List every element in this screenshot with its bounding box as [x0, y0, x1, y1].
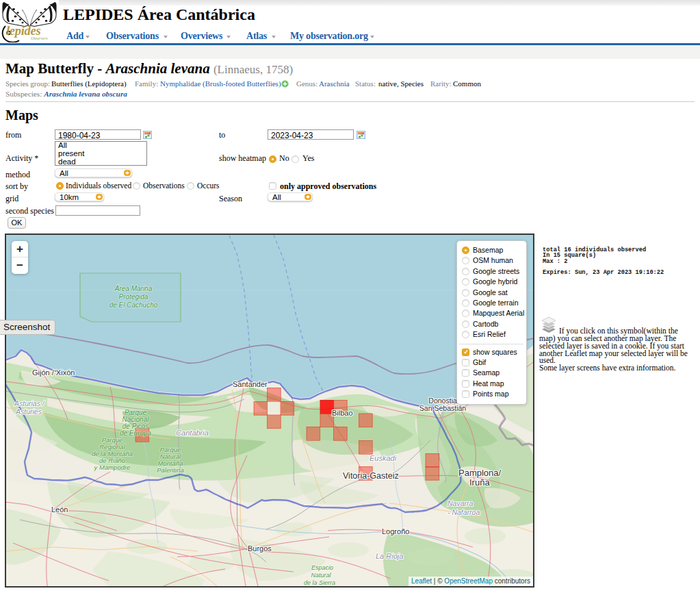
svg-text:Navarra: Navarra: [448, 499, 474, 507]
svg-text:Bilbao: Bilbao: [332, 409, 353, 417]
svg-text:y Mampodre: y Mampodre: [94, 464, 131, 471]
svg-text:Asturies: Asturies: [15, 407, 42, 416]
svg-text:San Sebastián: San Sebastián: [419, 404, 466, 412]
svg-text:Protegida: Protegida: [119, 293, 148, 301]
svg-text:Euskadi: Euskadi: [370, 454, 397, 462]
svg-text:Logroño: Logroño: [382, 527, 409, 535]
svg-text:Observers: Observers: [31, 36, 48, 40]
svg-text:Palentina: Palentina: [157, 466, 184, 474]
svg-text:Burgos: Burgos: [248, 544, 272, 553]
svg-text:de Europa: de Europa: [120, 429, 152, 437]
svg-text:Asturias /: Asturias /: [14, 399, 45, 407]
svg-text:León: León: [51, 505, 68, 514]
svg-text:de la Sierra: de la Sierra: [304, 579, 335, 586]
svg-text:Natural: Natural: [311, 572, 331, 579]
svg-text:- Nafarroa: - Nafarroa: [448, 508, 480, 516]
svg-text:Gijón / Xixón: Gijón / Xixón: [32, 368, 75, 377]
svg-text:Área Marina: Área Marina: [114, 284, 153, 292]
svg-text:Santander: Santander: [233, 380, 268, 388]
svg-text:Espacio: Espacio: [311, 564, 333, 571]
svg-text:Pamplona/: Pamplona/: [458, 468, 502, 478]
svg-text:La Rioja: La Rioja: [376, 552, 403, 560]
svg-text:Vitoria-Gasteiz: Vitoria-Gasteiz: [343, 471, 399, 481]
svg-text:Cantabria: Cantabria: [176, 429, 209, 437]
svg-text:Iruña: Iruña: [469, 477, 490, 488]
svg-text:de El Cachucho: de El Cachucho: [109, 301, 158, 309]
